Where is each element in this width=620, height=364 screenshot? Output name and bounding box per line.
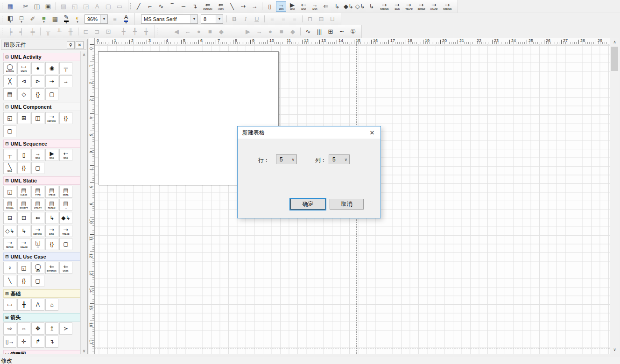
- shape-composition[interactable]: ◆↳: [59, 212, 72, 224]
- font-family-combo[interactable]: MS Sans Serif▾: [141, 14, 198, 24]
- shadow-color-icon[interactable]: ◐▾: [72, 14, 83, 24]
- pin-icon[interactable]: ⚲: [67, 41, 75, 49]
- shape-three-way-arrow[interactable]: ↥: [45, 322, 58, 335]
- shape-type[interactable]: ▤TYPE: [31, 186, 44, 198]
- shape-depend[interactable]: ⇢DEPEND: [31, 225, 44, 237]
- shape-state[interactable]: ▭STATE: [17, 62, 30, 74]
- line-style-pen-icon[interactable]: ✎▾: [61, 14, 71, 24]
- usage-connector[interactable]: ⇢USAGE: [428, 1, 440, 12]
- shape-text[interactable]: A: [31, 299, 44, 311]
- shape-note[interactable]: ▢: [45, 88, 58, 100]
- dashed-arrow-tool[interactable]: ⇢: [238, 1, 248, 12]
- shape-class-2rows[interactable]: ⊟: [3, 212, 16, 224]
- palette-section-arrows[interactable]: ⊟箭头: [3, 313, 86, 322]
- shape-bind[interactable]: ⇢BIND: [45, 225, 58, 237]
- shape-cross-arrow[interactable]: ✛: [17, 336, 30, 348]
- scroll-down-icon[interactable]: ∨: [83, 348, 86, 354]
- line-width-icon[interactable]: ≡: [110, 14, 120, 24]
- zoom-level-combo[interactable]: 96%▾: [85, 14, 108, 24]
- depend-connector2[interactable]: ⇢DEPEND: [441, 1, 454, 12]
- palette-section-flowchart[interactable]: ⊟流程图: [3, 350, 86, 354]
- shape-initial-state[interactable]: ●: [31, 62, 44, 74]
- close-icon[interactable]: ✕: [76, 41, 84, 49]
- zigzag-line-tool[interactable]: ∿: [156, 1, 166, 12]
- palette-scrollbar[interactable]: ∧ ∨: [80, 51, 87, 354]
- shape-metaclass[interactable]: ▤META: [59, 186, 72, 198]
- palette-section-uml-static[interactable]: ⊟UML Static: [3, 176, 86, 185]
- dash-style-icon[interactable]: ┄: [337, 27, 347, 37]
- shape-message-return[interactable]: ⇠MSG: [59, 149, 72, 161]
- arc-tool[interactable]: ⌒: [167, 1, 177, 12]
- shape-usage[interactable]: ⇢USAGE: [17, 238, 30, 250]
- shape-package[interactable]: ◱: [3, 186, 16, 198]
- shape-use-case[interactable]: ◯USE: [31, 262, 44, 274]
- shape-depend[interactable]: ⇢DEPEND: [45, 112, 58, 124]
- shape-code-note[interactable]: {}: [17, 275, 30, 287]
- fill-color-icon[interactable]: ◧▾: [5, 14, 15, 24]
- palette-section-uml-use-case[interactable]: ⊟UML Use Case: [3, 252, 86, 261]
- shape-association[interactable]: ↳: [17, 225, 30, 237]
- shape-actor[interactable]: ♀: [3, 262, 16, 274]
- collapse-icon[interactable]: ⊟: [5, 315, 9, 320]
- scroll-up-icon[interactable]: ∧: [83, 51, 86, 58]
- diagonal-line-tool[interactable]: ╲: [227, 1, 237, 12]
- scroll-down-icon[interactable]: ∨: [610, 346, 619, 354]
- activation-bar-tool[interactable]: ▯: [265, 1, 275, 12]
- shape-code-note[interactable]: {}: [31, 88, 44, 100]
- shape-exception[interactable]: ▤EXCEPT: [17, 199, 30, 211]
- msg-return-arrow-tool[interactable]: ⇠MSG: [298, 1, 309, 12]
- extend-connector[interactable]: ⇐EXTEND!: [201, 1, 215, 12]
- insert-table-icon[interactable]: ⊞: [325, 27, 336, 37]
- line-tool[interactable]: ╱: [134, 1, 144, 12]
- shape-package[interactable]: ◱: [3, 112, 16, 124]
- shape-parameterized-class[interactable]: ▤PARAM: [45, 199, 58, 211]
- shape-stereotyped-package[interactable]: ◱«»: [31, 238, 44, 250]
- collapse-icon[interactable]: ⊟: [5, 178, 9, 183]
- shape-chevron[interactable]: ≻: [59, 322, 72, 335]
- shape-association-elbow[interactable]: ↳: [45, 212, 58, 224]
- depend-connector[interactable]: ⇢DEPEND: [378, 1, 391, 12]
- collapse-icon[interactable]: ⊟: [5, 105, 9, 109]
- uses-connector[interactable]: ⇐USES: [216, 1, 226, 12]
- shape-note[interactable]: ▢: [31, 162, 44, 174]
- elbow-diamond-tool[interactable]: ◆↳: [343, 1, 354, 12]
- shape-code-note[interactable]: {}: [45, 238, 58, 250]
- close-icon[interactable]: ✕: [368, 129, 376, 136]
- msg-solid-arrow-tool[interactable]: ▶MSG: [287, 1, 297, 12]
- shape-double-arrow[interactable]: ⇔: [17, 322, 30, 335]
- cancel-button[interactable]: 取消: [330, 199, 364, 210]
- shape-four-way-arrow[interactable]: ✥: [31, 322, 44, 335]
- bind-connector[interactable]: ⇢BIND: [392, 1, 402, 12]
- elbow-line-tool[interactable]: ⌐: [145, 1, 155, 12]
- shape-message-solid[interactable]: ▶MSG: [45, 149, 58, 161]
- parallel-lines-icon[interactable]: |||: [314, 27, 324, 37]
- collapse-icon[interactable]: ⊟: [5, 141, 9, 146]
- arrow-tool[interactable]: →: [249, 1, 260, 12]
- shape-signal-receipt[interactable]: ⊲: [17, 75, 30, 87]
- shape-join[interactable]: ╳: [3, 75, 16, 87]
- canvas-vertical-scrollbar[interactable]: ∧ ∨: [610, 38, 619, 354]
- msg-arrow-tool[interactable]: →MSG: [276, 1, 286, 12]
- palette-section-basic[interactable]: ⊟基础: [3, 289, 86, 298]
- open-arrow-tool[interactable]: ⇐: [321, 1, 331, 12]
- font-color-icon[interactable]: A▾: [121, 14, 131, 24]
- palette-section-uml-component[interactable]: ⊟UML Component: [3, 103, 86, 111]
- shape-right-arrow[interactable]: ⇨: [3, 322, 16, 335]
- shape-aggregation[interactable]: ◇↳: [3, 225, 16, 237]
- shape-final-state[interactable]: ◉: [45, 62, 58, 74]
- format-brush-icon[interactable]: ✐: [28, 14, 38, 24]
- shape-object[interactable]: ▤: [3, 88, 16, 100]
- shape-action[interactable]: ◯ACTION: [3, 62, 16, 74]
- hatch-pattern-icon[interactable]: ▦: [50, 14, 60, 24]
- shape-extends[interactable]: ⇐EXTENDS: [45, 262, 58, 274]
- msg-arrow2-tool[interactable]: →MSG: [310, 1, 320, 12]
- shape-signal[interactable]: ▤SIGNAL: [3, 199, 16, 211]
- collapse-icon[interactable]: ⊟: [5, 254, 9, 259]
- scroll-up-icon[interactable]: ∧: [610, 38, 619, 46]
- numbering-icon[interactable]: ①: [348, 27, 358, 37]
- shape-class-simple[interactable]: ⊡: [17, 212, 30, 224]
- shape-dashed-flow[interactable]: ⇢: [45, 75, 58, 87]
- refine-connector[interactable]: ⇢REFINE: [416, 1, 427, 12]
- shape-generalization[interactable]: ⇐: [31, 212, 44, 224]
- shape-package[interactable]: ◱: [17, 262, 30, 274]
